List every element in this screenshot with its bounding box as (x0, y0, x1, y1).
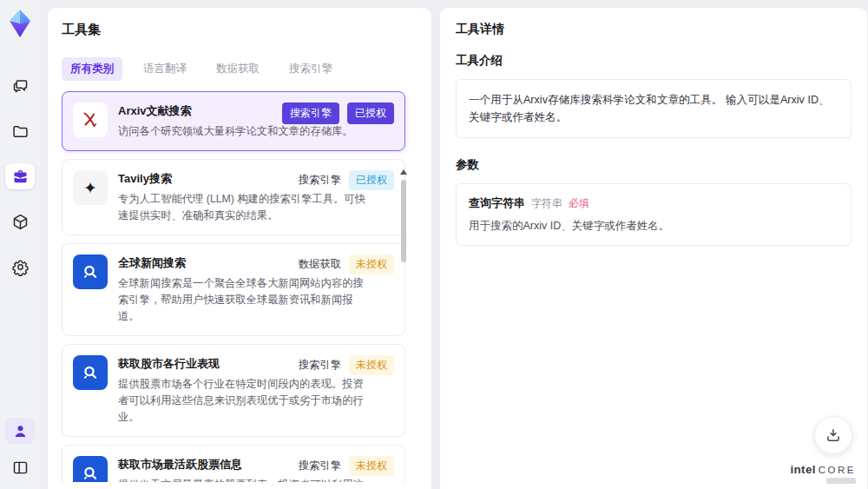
columns-icon (11, 459, 30, 477)
list-scrollbar[interactable] (400, 178, 407, 482)
gear-icon (11, 258, 30, 276)
news-search-icon (73, 456, 108, 482)
brand-subtext-bar (826, 478, 856, 484)
intel-core-branding: intel core (791, 463, 857, 484)
sparkle-icon: ✦ (73, 170, 108, 205)
category-tabs: 所有类别 语言翻译 数据获取 搜索引擎 (62, 57, 418, 81)
cube-icon (11, 213, 30, 231)
sidebar-item-user[interactable] (5, 418, 35, 444)
tool-category-badge: 搜索引擎 (299, 459, 341, 473)
sidebar-item-panel-toggle[interactable] (5, 454, 35, 480)
tool-card[interactable]: ✦Tavily搜索专为人工智能代理 (LLM) 构建的搜索引擎工具。可快速提供实… (62, 159, 405, 235)
tool-description: 全球新闻搜索是一个聚合全球各大新闻网站内容的搜索引擎，帮助用户快速获取全球最新资… (118, 275, 372, 325)
core-logo-text: core (819, 465, 856, 475)
tool-list: Arxiv文献搜索访问各个研究领域大量科学论文和文章的存储库。搜索引擎已授权✦T… (62, 91, 418, 482)
intro-heading: 工具介绍 (456, 53, 852, 69)
sidebar-item-models[interactable] (5, 208, 35, 235)
sidebar-item-tools[interactable] (5, 163, 35, 189)
tool-category-badge: 搜索引擎 (299, 358, 341, 373)
tool-category-badge: 搜索引擎 (299, 173, 341, 188)
tool-card[interactable]: 全球新闻搜索全球新闻搜索是一个聚合全球各大新闻网站内容的搜索引擎，帮助用户快速获… (62, 243, 405, 336)
param-type: 字符串 (531, 196, 562, 211)
tab-data-fetching[interactable]: 数据获取 (207, 57, 268, 81)
sidebar-item-files[interactable] (5, 118, 35, 144)
nav-items (5, 73, 35, 280)
arxiv-logo-icon (73, 102, 108, 137)
params-heading: 参数 (456, 157, 852, 173)
intel-logo-text: intel (791, 463, 816, 476)
param-head: 查询字符串 字符串 必填 (469, 195, 838, 211)
download-icon (825, 426, 842, 444)
tool-tags: 数据获取未授权 (299, 254, 394, 274)
tool-list-panel: 工具集 所有类别 语言翻译 数据获取 搜索引擎 Arxiv文献搜索访问各个研究领… (47, 7, 432, 489)
tool-detail-panel: 工具详情 工具介绍 一个用于从Arxiv存储库搜索科学论文和文章的工具。 输入可… (439, 7, 868, 489)
tool-auth-badge: 未授权 (349, 355, 394, 375)
folder-icon (11, 122, 30, 141)
tool-description: 提供当天交易量最高的股票列表。投资者可以利用这些信息来识别流动性强的股票和潜在的… (118, 477, 372, 482)
tool-tags: 搜索引擎未授权 (299, 456, 394, 476)
scrollbar-thumb[interactable] (401, 180, 406, 262)
tool-description: 提供股票市场各个行业在特定时间段内的表现。投资者可以利用这些信息来识别表现优于或… (118, 376, 372, 426)
detail-title: 工具详情 (456, 22, 852, 37)
news-search-icon (73, 254, 108, 289)
tool-tags: 搜索引擎已授权 (299, 170, 394, 190)
tool-card[interactable]: 获取市场最活跃股票信息提供当天交易量最高的股票列表。投资者可以利用这些信息来识别… (62, 445, 405, 482)
user-icon (11, 422, 30, 440)
tool-description: 专为人工智能代理 (LLM) 构建的搜索引擎工具。可快速提供实时、准确和真实的结… (118, 191, 372, 224)
briefcase-icon (11, 168, 30, 186)
intro-box: 一个用于从Arxiv存储库搜索科学论文和文章的工具。 输入可以是Arxiv ID… (456, 79, 852, 138)
tool-category-badge: 数据获取 (299, 257, 341, 272)
app-logo-icon (7, 9, 33, 38)
param-name: 查询字符串 (469, 195, 525, 211)
tab-language-translation[interactable]: 语言翻译 (135, 57, 195, 81)
tool-category-badge: 搜索引擎 (282, 102, 339, 124)
param-description: 用于搜索的Arxiv ID、关键字或作者姓名。 (469, 219, 838, 234)
sidebar-item-settings[interactable] (5, 254, 35, 280)
page-title: 工具集 (62, 22, 418, 38)
tool-tags: 搜索引擎已授权 (282, 102, 394, 124)
param-required-badge: 必填 (569, 196, 589, 211)
tool-auth-badge: 已授权 (347, 102, 394, 124)
tool-auth-badge: 已授权 (349, 170, 394, 190)
scroll-up-icon[interactable] (400, 169, 407, 175)
sidebar-item-chat[interactable] (5, 73, 35, 99)
tool-auth-badge: 未授权 (349, 254, 394, 274)
tab-search-engine[interactable]: 搜索引擎 (280, 57, 341, 81)
news-search-icon (73, 355, 108, 390)
tool-card[interactable]: Arxiv文献搜索访问各个研究领域大量科学论文和文章的存储库。搜索引擎已授权 (62, 91, 405, 151)
tab-all-categories[interactable]: 所有类别 (62, 57, 122, 81)
app-window: 工具集 所有类别 语言翻译 数据获取 搜索引擎 Arxiv文献搜索访问各个研究领… (0, 0, 868, 489)
nav-sidebar (0, 0, 40, 489)
tool-tags: 搜索引擎未授权 (299, 355, 394, 375)
chat-icon (11, 77, 30, 96)
param-box: 查询字符串 字符串 必填 用于搜索的Arxiv ID、关键字或作者姓名。 (456, 183, 852, 246)
intro-text: 一个用于从Arxiv存储库搜索科学论文和文章的工具。 输入可以是Arxiv ID… (469, 91, 838, 126)
tool-description: 访问各个研究领域大量科学论文和文章的存储库。 (118, 123, 372, 140)
tool-card[interactable]: 获取股市各行业表现提供股票市场各个行业在特定时间段内的表现。投资者可以利用这些信… (62, 344, 405, 437)
sidebar-footer (5, 418, 35, 480)
download-button[interactable] (814, 416, 852, 454)
tool-auth-badge: 未授权 (349, 456, 394, 476)
